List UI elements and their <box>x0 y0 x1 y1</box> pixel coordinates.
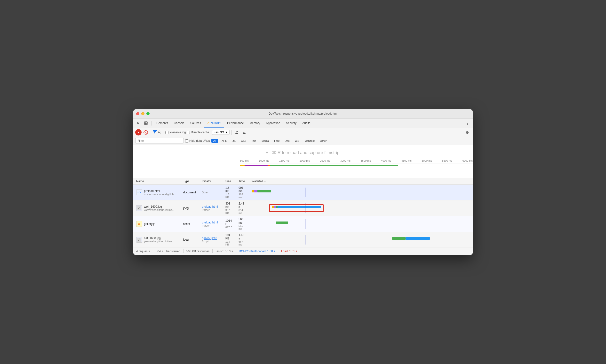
svg-point-13 <box>139 238 140 239</box>
col-header-time[interactable]: Time <box>236 178 249 184</box>
preserve-log-label[interactable]: Preserve log <box>165 131 186 134</box>
tab-security[interactable]: Security <box>283 118 299 128</box>
tab-memory[interactable]: Memory <box>247 118 263 128</box>
wf-vertical-line-3 <box>305 219 305 229</box>
toolbar-divider-1 <box>151 130 151 135</box>
preserve-log-checkbox[interactable] <box>165 131 169 134</box>
timeline-ruler: 500 ms 1000 ms 1500 ms 2000 ms 2500 ms 3… <box>240 159 473 164</box>
status-requests: 4 requests <box>136 250 150 253</box>
status-dom-content-loaded: DOMContentLoaded: 1.60 s <box>239 250 275 253</box>
filter-bar: Hide data URLs All XHR JS CSS Img Media … <box>133 137 473 145</box>
cell-time-1: 991 ms 983 ms <box>236 184 249 200</box>
network-table-container: Name Type Initiator Size Time Waterfall … <box>133 178 473 248</box>
filter-icon[interactable] <box>153 130 157 134</box>
maximize-button[interactable] <box>146 112 150 115</box>
toolbar-divider-2 <box>163 130 163 135</box>
hide-data-urls-label[interactable]: Hide data URLs <box>185 139 210 143</box>
disable-cache-label[interactable]: Disable cache <box>187 131 209 134</box>
filter-ws-button[interactable]: WS <box>293 139 301 143</box>
upload-button[interactable] <box>234 129 240 135</box>
cell-initiator-1: Other <box>199 184 222 200</box>
filter-input[interactable] <box>135 138 184 143</box>
disable-cache-checkbox[interactable] <box>187 131 190 134</box>
col-header-name[interactable]: Name <box>133 178 180 184</box>
col-header-waterfall[interactable]: Waterfall ▲ <box>249 178 473 184</box>
jpg-file-icon-cat <box>136 237 142 243</box>
timeline-area: Hit ⌘ R to reload and capture filmstrip.… <box>133 145 473 178</box>
close-button[interactable] <box>136 112 139 115</box>
tab-console[interactable]: Console <box>171 118 187 128</box>
filter-img-button[interactable]: Img <box>250 139 258 143</box>
status-divider-1 <box>153 249 153 253</box>
initiator-link-2[interactable]: preload.html <box>202 205 219 208</box>
cell-name-1: </> preload.html responsive-preload.glit… <box>133 184 180 200</box>
cell-size-4: 194 KB 193 KB <box>223 232 236 247</box>
stop-button[interactable]: 🚫 <box>143 129 149 135</box>
tab-elements[interactable]: Elements <box>153 118 171 128</box>
svg-rect-1 <box>146 122 147 123</box>
devtools-window: DevTools - responsive-preload.glitch.me/… <box>133 109 473 255</box>
hide-data-urls-checkbox[interactable] <box>185 139 188 143</box>
html-file-icon: </> <box>136 190 142 195</box>
cell-type-2: jpeg <box>180 200 199 216</box>
titlebar: DevTools - responsive-preload.glitch.me/… <box>133 109 473 118</box>
filter-font-button[interactable]: Font <box>272 139 281 143</box>
wf-vertical-line-2 <box>305 203 305 213</box>
minimize-button[interactable] <box>141 112 145 115</box>
tab-network[interactable]: ⚠ Network <box>204 118 224 128</box>
filter-media-button[interactable]: Media <box>260 139 271 143</box>
svg-rect-7 <box>243 133 246 134</box>
settings-icon[interactable]: ⚙ <box>464 129 471 136</box>
cell-size-1: 1.6 KB 1.5 KB <box>223 184 236 200</box>
svg-point-4 <box>158 131 160 132</box>
status-divider-3 <box>212 249 212 253</box>
tab-audits[interactable]: Audits <box>299 118 313 128</box>
filter-css-button[interactable]: CSS <box>239 139 249 143</box>
timeline-blue-line <box>240 168 438 168</box>
cell-time-3: 566 ms 565 ms <box>236 216 249 232</box>
timeline-vertical-line <box>296 164 296 175</box>
filter-doc-button[interactable]: Doc <box>283 139 292 143</box>
filter-xhr-button[interactable]: XHR <box>220 139 229 143</box>
sort-arrow-icon: ▲ <box>264 180 266 183</box>
cell-size-3: 1014 B 827 B <box>223 216 236 232</box>
file-name-2: wolf_1600.jpg <box>144 205 174 208</box>
cell-waterfall-4 <box>249 232 473 247</box>
file-name-4: cat_1600.jpg <box>144 236 174 240</box>
filmstrip-hint: Hit ⌘ R to reload and capture filmstrip. <box>265 150 341 155</box>
cell-name-3: JS gallery.js <box>133 216 180 232</box>
file-name-3: gallery.js <box>144 222 155 226</box>
filter-other-button[interactable]: Other <box>318 139 329 143</box>
tab-sources[interactable]: Sources <box>187 118 204 128</box>
cursor-icon[interactable] <box>135 120 142 127</box>
table-row: JS gallery.js script preload.html Parser <box>133 216 473 232</box>
col-header-type[interactable]: Type <box>180 178 199 184</box>
cell-name-4: cat_1600.jpg yoavweiss.github.io/ima... <box>133 232 180 247</box>
initiator-link-3[interactable]: preload.html <box>202 221 219 224</box>
network-toolbar: ● 🚫 Preserve log Disable cache Fast 3G ▼ <box>133 128 473 137</box>
tab-performance[interactable]: Performance <box>224 118 247 128</box>
more-tabs-button[interactable]: ⋮ <box>464 120 471 127</box>
col-header-initiator[interactable]: Initiator <box>199 178 222 184</box>
chevron-down-icon: ▼ <box>225 131 228 134</box>
wf-bar-green-3 <box>276 221 288 224</box>
wf-vertical-line-4 <box>305 235 305 245</box>
search-icon[interactable] <box>158 130 161 134</box>
red-highlight-box <box>269 204 324 212</box>
inspect-icon[interactable] <box>143 120 149 127</box>
filter-manifest-button[interactable]: Manifest <box>303 139 316 143</box>
status-bar: 4 requests 504 KB transferred 503 KB res… <box>133 248 473 255</box>
tab-application[interactable]: Application <box>263 118 283 128</box>
download-button[interactable] <box>241 129 247 135</box>
wf-bar-green-4 <box>392 237 406 240</box>
initiator-link-4[interactable]: gallery.js:18 <box>202 236 219 240</box>
file-name-1: preload.html <box>144 189 176 193</box>
filter-all-button[interactable]: All <box>211 139 218 143</box>
throttle-select[interactable]: Fast 3G ▼ <box>212 130 230 135</box>
wf-bar-dns-1 <box>254 190 257 192</box>
record-button[interactable]: ● <box>135 129 142 135</box>
cell-type-3: script <box>180 216 199 232</box>
col-header-size[interactable]: Size <box>223 178 236 184</box>
tab-divider <box>151 121 152 126</box>
filter-js-button[interactable]: JS <box>231 139 237 143</box>
